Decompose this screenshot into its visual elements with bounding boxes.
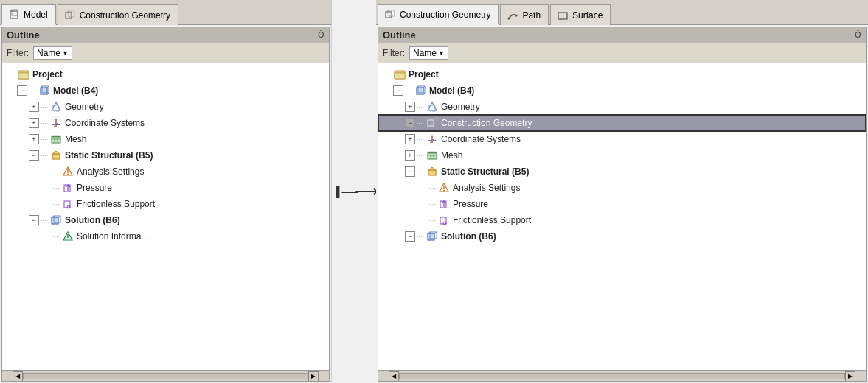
tree-row-model-left[interactable]: − ···· Model (B4) — [2, 82, 329, 99]
coord-expand-left[interactable]: + — [29, 118, 39, 128]
mesh-label-right: Mesh — [441, 150, 462, 161]
coord-expand-right[interactable]: + — [405, 134, 415, 144]
solution-icon-right — [426, 230, 439, 243]
solution-info-icon-left — [61, 230, 74, 243]
left-outline-title: Outline — [7, 29, 40, 41]
tree-row-constr-geom-right[interactable]: − ···· Construction Geometry — [378, 115, 866, 131]
solution-icon-left — [49, 214, 63, 227]
right-hscroll-track[interactable] — [399, 373, 845, 379]
left-tree-container[interactable]: Project − ···· — [2, 63, 329, 370]
model-expand-left[interactable]: − — [17, 85, 27, 96]
frictionless-label-right: Frictionless Support — [453, 215, 531, 225]
left-filter-value: Name — [37, 48, 60, 58]
geometry-expand-right[interactable]: + — [405, 102, 415, 112]
right-hscroll-right[interactable]: ▶ — [845, 371, 855, 382]
tree-row-project-left[interactable]: Project — [2, 66, 329, 82]
svg-point-48 — [515, 14, 518, 16]
coord-label-left: Coordinate Systems — [65, 118, 145, 128]
tree-row-coord-right[interactable]: + ···· Coordinate Systems — [378, 131, 866, 147]
tree-row-project-right[interactable]: Project — [378, 66, 866, 82]
tree-row-solution-left[interactable]: − ···· Solution (B6) — [2, 212, 329, 228]
project-label-left: Project — [32, 69, 63, 80]
right-filter-dropdown[interactable]: Name ▼ — [409, 46, 448, 60]
svg-rect-53 — [417, 88, 423, 94]
right-filter-bar: Filter: Name ▼ — [378, 43, 866, 63]
arrow-line: —⟶ — [341, 182, 375, 201]
tab-construction-geometry-left[interactable]: Construction Geometry — [58, 4, 178, 25]
tree-row-pressure-right[interactable]: ···· Pressure — [378, 196, 866, 212]
surface-tab-icon — [557, 10, 569, 21]
left-tree-inner: Project − ···· — [2, 63, 329, 247]
construction-tab-icon-right — [384, 9, 396, 21]
model-icon-right — [414, 84, 427, 97]
svg-marker-76 — [428, 167, 436, 170]
geometry-expand-left[interactable]: + — [29, 102, 39, 112]
tree-row-frictionless-left[interactable]: ···· Frictionless Support — [2, 196, 329, 212]
left-hscroll-right[interactable]: ▶ — [308, 371, 319, 382]
tab-model[interactable]: Model — [1, 4, 56, 25]
constr-expand-right[interactable]: − — [405, 118, 415, 128]
tab-surface-right[interactable]: Surface — [550, 4, 611, 25]
model-tab-icon — [8, 9, 20, 21]
left-outline-header: Outline Ǒ — [2, 27, 329, 43]
geometry-label-right: Geometry — [441, 102, 480, 112]
mesh-expand-left[interactable]: + — [29, 134, 39, 144]
tab-construction-geometry-right[interactable]: Construction Geometry — [378, 4, 499, 25]
solution-expand-left[interactable]: − — [29, 215, 39, 225]
left-hscroll[interactable]: ◀ ▶ — [2, 370, 329, 381]
construction-tab-label-left: Construction Geometry — [80, 10, 170, 21]
right-hscroll[interactable]: ◀ ▶ — [378, 370, 866, 381]
tree-row-mesh-right[interactable]: + ···· Mesh — [378, 147, 866, 164]
tree-row-analysis-right[interactable]: ···· Analysis Settings — [378, 180, 866, 196]
frictionless-icon-right — [437, 214, 451, 227]
right-tree-inner: Project − ···· — [378, 63, 866, 247]
right-filter-value: Name — [413, 48, 437, 58]
mesh-label-left: Mesh — [65, 134, 86, 144]
solution-label-right: Solution (B6) — [441, 231, 496, 242]
svg-point-73 — [431, 152, 434, 154]
construction-tab-icon-left — [64, 10, 76, 21]
frictionless-label-left: Frictionless Support — [77, 199, 155, 209]
mesh-expand-right[interactable]: + — [405, 150, 415, 161]
right-tree-container[interactable]: Project − ···· — [378, 63, 866, 370]
analysis-label-right: Analysis Settings — [453, 183, 520, 193]
solution-expand-right[interactable]: − — [405, 231, 415, 242]
svg-point-79 — [443, 190, 445, 192]
construction-tab-label-right: Construction Geometry — [400, 10, 490, 20]
tree-row-analysis-left[interactable]: ···· Analysis Settings — [2, 164, 329, 180]
tree-row-solution-right[interactable]: − ···· Solution (B6) — [378, 228, 866, 245]
model-icon-left — [38, 84, 51, 97]
right-pin-icon[interactable]: Ǒ — [855, 30, 861, 40]
tree-row-mesh-left[interactable]: + ···· Mesh — [2, 131, 329, 147]
tree-row-coord-left[interactable]: + ···· Coordinate Systems — [2, 115, 329, 131]
left-filter-dropdown[interactable]: Name ▼ — [33, 46, 72, 60]
static-expand-right[interactable]: − — [405, 166, 415, 177]
tab-path-right[interactable]: Path — [500, 4, 549, 25]
left-hscroll-track[interactable] — [23, 373, 308, 379]
tree-row-frictionless-right[interactable]: ···· Frictionless Support — [378, 212, 866, 228]
model-label-left: Model (B4) — [53, 85, 98, 96]
right-tab-bar: Construction Geometry Path Surface — [376, 0, 868, 25]
tree-row-geometry-right[interactable]: + ···· Geometry — [378, 99, 866, 115]
left-pin-icon[interactable]: Ǒ — [318, 30, 324, 40]
project-label-right: Project — [409, 69, 439, 80]
tree-row-static-right[interactable]: − ···· Static Structural (B5) — [378, 164, 866, 180]
left-hscroll-left[interactable]: ◀ — [13, 371, 23, 382]
constr-geom-icon-right — [426, 116, 439, 130]
surface-tab-label: Surface — [572, 10, 603, 21]
svg-point-33 — [67, 174, 69, 175]
tree-row-static-left[interactable]: − ···· Static Structural (B5) — [2, 147, 329, 164]
svg-point-28 — [58, 136, 60, 138]
tree-row-model-right[interactable]: − ···· Model (B4) — [378, 82, 866, 99]
right-hscroll-left[interactable]: ◀ — [389, 371, 399, 382]
static-expand-left[interactable]: − — [29, 150, 39, 161]
tree-row-pressure-left[interactable]: ···· Pressure — [2, 180, 329, 196]
svg-point-27 — [55, 136, 58, 138]
left-tab-bar: Model Construction Geometry — [0, 0, 331, 25]
right-filter-arrow: ▼ — [438, 49, 445, 57]
model-label-right: Model (B4) — [429, 85, 474, 96]
model-expand-right[interactable]: − — [393, 85, 403, 96]
tree-row-solution-info-left[interactable]: ···· Solution Informa... — [2, 228, 329, 245]
tree-row-geometry-left[interactable]: + ···· Geometry — [2, 99, 329, 115]
left-filter-arrow: ▼ — [62, 49, 69, 57]
